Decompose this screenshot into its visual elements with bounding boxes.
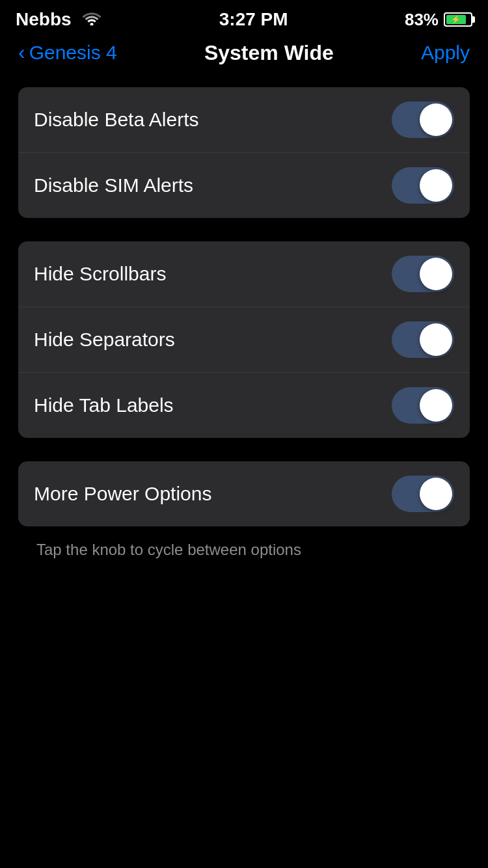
toggle-knob	[420, 323, 452, 356]
toggle-knob	[420, 478, 452, 510]
chevron-left-icon: ‹	[18, 40, 25, 64]
status-time: 3:27 PM	[219, 9, 288, 30]
disable-sim-alerts-toggle[interactable]	[392, 167, 454, 204]
svg-point-0	[90, 23, 94, 25]
hide-scrollbars-toggle[interactable]	[392, 256, 454, 292]
nav-bar: ‹ Genesis 4 System Wide Apply	[0, 35, 488, 74]
carrier-label: Nebbs	[16, 9, 102, 30]
hide-separators-toggle[interactable]	[392, 321, 454, 358]
toggle-knob	[420, 258, 452, 290]
hide-scrollbars-row: Hide Scrollbars	[18, 241, 470, 307]
wifi-icon	[81, 9, 102, 29]
battery-percentage: 83%	[405, 10, 439, 30]
hide-separators-label: Hide Separators	[34, 329, 175, 351]
toggle-knob	[420, 389, 452, 422]
toggle-knob	[420, 103, 452, 136]
hide-tab-labels-toggle[interactable]	[392, 387, 454, 424]
power-options-hint: Tap the knob to cycle between options	[18, 533, 470, 559]
status-right: 83% ⚡	[405, 10, 472, 30]
more-power-options-row: More Power Options	[18, 461, 470, 526]
hide-separators-row: Hide Separators	[18, 307, 470, 373]
back-button[interactable]: ‹ Genesis 4	[18, 42, 117, 64]
power-group: More Power Options	[18, 461, 470, 526]
ui-group: Hide Scrollbars Hide Separators Hide Tab…	[18, 241, 470, 438]
page-title: System Wide	[204, 41, 334, 65]
status-bar: Nebbs 3:27 PM 83% ⚡	[0, 0, 488, 35]
disable-beta-alerts-toggle[interactable]	[392, 102, 454, 138]
disable-beta-alerts-row: Disable Beta Alerts	[18, 87, 470, 153]
battery-icon: ⚡	[444, 12, 472, 27]
more-power-options-toggle[interactable]	[392, 476, 454, 512]
settings-content: Disable Beta Alerts Disable SIM Alerts H…	[0, 74, 488, 595]
more-power-options-label: More Power Options	[34, 483, 211, 505]
disable-sim-alerts-label: Disable SIM Alerts	[34, 174, 193, 197]
hide-tab-labels-label: Hide Tab Labels	[34, 394, 174, 416]
apply-button[interactable]: Apply	[421, 42, 470, 64]
hide-tab-labels-row: Hide Tab Labels	[18, 373, 470, 438]
toggle-knob	[420, 169, 452, 202]
alerts-group: Disable Beta Alerts Disable SIM Alerts	[18, 87, 470, 218]
back-label: Genesis 4	[29, 42, 117, 64]
disable-beta-alerts-label: Disable Beta Alerts	[34, 109, 198, 131]
hide-scrollbars-label: Hide Scrollbars	[34, 263, 166, 285]
disable-sim-alerts-row: Disable SIM Alerts	[18, 153, 470, 218]
